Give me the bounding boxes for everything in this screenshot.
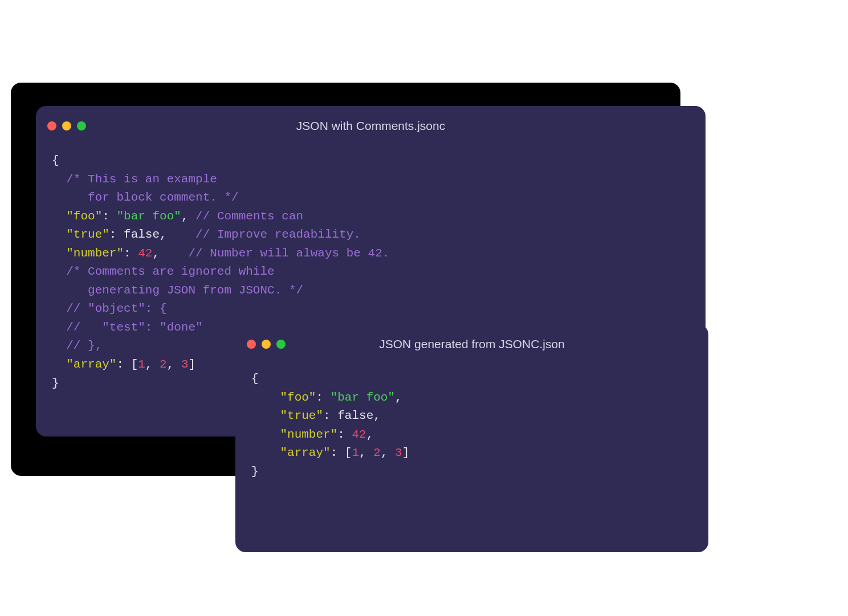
token-punct: [52, 302, 66, 315]
minimize-icon[interactable]: [62, 121, 71, 130]
token-punct: ,: [373, 409, 381, 422]
titlebar: JSON generated from JSONC.json: [235, 330, 708, 358]
token-punct: }: [52, 377, 59, 390]
token-punct: :: [337, 428, 352, 441]
code-line: "number": 42, // Number will always be 4…: [52, 244, 690, 263]
token-punct: [52, 210, 66, 223]
code-line: "number": 42,: [251, 426, 692, 444]
code-line: {: [52, 152, 690, 170]
token-punct: [251, 428, 280, 441]
token-punct: :: [124, 247, 138, 260]
window-title: JSON generated from JSONC.json: [235, 337, 708, 351]
titlebar: JSON with Comments.jsonc: [36, 112, 706, 140]
token-punct: : [: [116, 358, 138, 371]
code-line: // "object": {: [52, 300, 690, 319]
token-punct: {: [251, 372, 259, 385]
token-key: "number": [280, 428, 337, 441]
token-punct: [52, 228, 66, 241]
token-punct: {: [52, 154, 59, 167]
token-punct: [52, 339, 66, 352]
token-number: 3: [181, 358, 189, 371]
token-punct: [52, 173, 66, 186]
token-punct: [251, 391, 280, 404]
token-comment: /* This is an example: [66, 173, 217, 186]
code-line: "true": false,: [251, 407, 692, 426]
code-block: { "foo": "bar foo", "true": false, "numb…: [235, 358, 708, 497]
code-line: "true": false, // Improve readability.: [52, 226, 690, 244]
token-key: "array": [280, 446, 330, 459]
zoom-icon[interactable]: [77, 121, 86, 130]
token-punct: [52, 284, 66, 297]
token-number: 2: [160, 358, 167, 371]
token-bool: false: [124, 228, 160, 241]
traffic-lights: [47, 121, 86, 130]
token-punct: ,: [381, 446, 395, 459]
traffic-lights: [247, 340, 286, 349]
token-punct: [251, 446, 280, 459]
token-key: "true": [66, 228, 109, 241]
token-comment: for block comment. */: [66, 191, 238, 204]
token-string: "bar foo": [116, 210, 181, 223]
token-punct: : [: [331, 446, 352, 459]
token-punct: ,: [160, 228, 195, 241]
token-punct: ,: [366, 428, 374, 441]
token-number: 1: [138, 358, 145, 371]
token-punct: :: [102, 210, 116, 223]
token-punct: ,: [395, 391, 402, 404]
token-comment: // },: [66, 339, 102, 352]
close-icon[interactable]: [247, 340, 256, 349]
token-punct: [52, 358, 66, 371]
zoom-icon[interactable]: [276, 340, 286, 349]
minimize-icon[interactable]: [262, 340, 271, 349]
token-punct: [251, 409, 280, 422]
token-key: "true": [280, 409, 323, 422]
token-punct: :: [323, 409, 337, 422]
token-key: "foo": [280, 391, 316, 404]
token-number: 42: [352, 428, 366, 441]
token-comment: // "object": {: [66, 302, 166, 315]
code-line: for block comment. */: [52, 189, 690, 207]
code-line: }: [251, 463, 692, 482]
code-line: /* This is an example: [52, 170, 690, 189]
token-punct: :: [316, 391, 330, 404]
token-comment: generating JSON from JSONC. */: [66, 284, 303, 297]
token-comment: // "test": "done": [66, 321, 202, 334]
token-punct: ,: [359, 446, 373, 459]
token-number: 3: [395, 446, 402, 459]
token-punct: ,: [181, 210, 195, 223]
token-punct: ,: [167, 358, 181, 371]
token-punct: ]: [189, 358, 196, 371]
code-line: "foo": "bar foo", // Comments can: [52, 207, 690, 226]
code-line: "array": [1, 2, 3]: [251, 444, 692, 463]
token-number: 1: [352, 446, 359, 459]
code-line: "foo": "bar foo",: [251, 389, 692, 407]
token-punct: [52, 265, 66, 278]
window-title: JSON with Comments.jsonc: [36, 119, 706, 133]
token-punct: [52, 321, 66, 334]
code-line: generating JSON from JSONC. */: [52, 282, 690, 300]
token-comment: // Number will always be 42.: [189, 247, 390, 260]
code-line: /* Comments are ignored while: [52, 263, 690, 282]
token-punct: ]: [402, 446, 410, 459]
close-icon[interactable]: [47, 121, 56, 130]
token-number: 2: [373, 446, 381, 459]
code-window-json: JSON generated from JSONC.json { "foo": …: [235, 324, 708, 552]
canvas: JSON with Comments.jsonc { /* This is an…: [0, 0, 848, 616]
token-punct: [52, 191, 66, 204]
code-line: {: [251, 370, 692, 389]
token-key: "foo": [66, 210, 102, 223]
token-comment: /* Comments are ignored while: [66, 265, 274, 278]
token-key: "number": [66, 247, 124, 260]
token-key: "array": [66, 358, 116, 371]
token-bool: false: [337, 409, 373, 422]
token-number: 42: [138, 247, 152, 260]
token-punct: ,: [145, 358, 160, 371]
token-string: "bar foo": [331, 391, 395, 404]
token-comment: // Comments can: [195, 210, 303, 223]
token-punct: [52, 247, 66, 260]
token-comment: // Improve readability.: [195, 228, 361, 241]
token-punct: :: [109, 228, 124, 241]
token-punct: }: [251, 465, 259, 478]
token-punct: ,: [152, 247, 188, 260]
